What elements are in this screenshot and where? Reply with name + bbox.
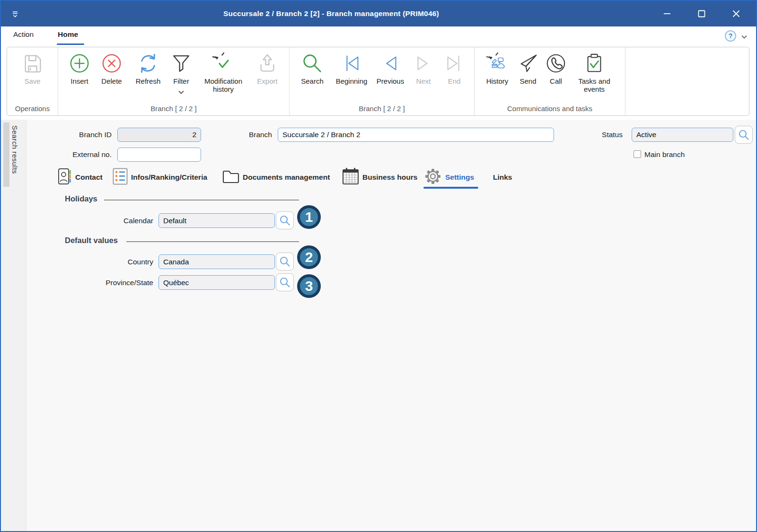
window-controls [656,1,748,26]
calendar-lookup-button[interactable] [276,211,294,229]
filter-dropdown-chevron-icon [178,87,185,96]
status-label: Status [580,128,623,142]
magnifier-icon [738,129,749,140]
callout-badge-2: 2 [297,245,321,269]
default-values-section-title: Default values [65,236,118,245]
magnifier-icon [279,277,290,288]
province-state-field[interactable] [158,275,275,290]
country-lookup-button[interactable] [276,253,294,270]
next-button[interactable]: Next [408,51,439,85]
ribbon-empty-space [625,47,749,115]
external-no-label: External no. [41,148,112,162]
magnifier-icon [279,256,290,267]
country-field[interactable] [158,254,275,269]
folder-icon [222,169,239,185]
status-lookup-button[interactable] [735,126,753,144]
contact-icon [58,167,72,187]
menubar: Action Home ? [1,26,756,47]
export-icon [256,51,278,76]
status-field[interactable] [632,128,733,142]
minimize-button[interactable] [656,1,678,26]
beginning-button[interactable]: Beginning [330,51,373,85]
tab-settings[interactable]: Settings [424,167,474,187]
svg-text:?: ? [729,32,733,40]
branch-name-field[interactable] [278,128,554,142]
call-button[interactable]: Call [542,51,570,85]
send-button[interactable]: Send [514,51,542,85]
branch-label: Branch [220,128,272,142]
menu-action[interactable]: Action [13,30,34,39]
tab-documents-management[interactable]: Documents management [222,167,330,187]
send-icon [517,51,539,76]
delete-button[interactable]: Delete [95,51,129,85]
maximize-button[interactable] [690,1,713,26]
filter-button[interactable]: Filter [167,51,195,96]
beginning-icon [341,51,362,76]
tab-contact[interactable]: Contact [58,167,103,187]
ribbon-group-communications: History Send [475,47,625,115]
modification-history-icon [212,51,234,76]
save-button[interactable]: Save [20,51,45,85]
titlebar: Succursale 2 / Branch 2 [2] - Branch man… [1,1,756,26]
branch-id-field[interactable] [117,128,201,142]
modification-history-button[interactable]: Modification history [195,51,252,94]
gear-icon [424,167,442,187]
main-body: Search results Branch ID Branch Status E… [1,120,756,531]
holidays-section-rule [104,200,299,201]
calendar-icon [342,167,359,187]
chevron-down-icon[interactable] [741,33,748,41]
branch-id-label: Branch ID [45,128,112,142]
active-tab-underline [423,187,478,189]
country-label: Country [83,254,153,269]
previous-button[interactable]: Previous [373,51,408,85]
previous-icon [379,51,401,76]
delete-icon [101,51,123,76]
export-button[interactable]: Export [252,51,283,85]
province-state-label: Province/State [74,275,153,290]
side-tab-strip [3,122,9,187]
record-content: Branch ID Branch Status External no. Mai… [26,120,756,531]
holidays-section-title: Holidays [65,194,97,203]
infos-list-icon [113,168,128,187]
callout-badge-3: 3 [297,274,321,298]
search-icon [301,51,323,76]
province-state-lookup-button[interactable] [276,273,294,291]
main-branch-label: Main branch [644,148,685,162]
search-results-panel-tab[interactable]: Search results [1,120,26,531]
history-button[interactable]: History [481,51,514,85]
ribbon: Save Operations Insert [7,47,749,116]
calendar-field[interactable] [158,213,275,228]
end-icon [443,51,465,76]
history-icon [486,51,508,76]
search-button[interactable]: Search [294,51,330,85]
calendar-label: Calendar [83,213,153,228]
menu-home[interactable]: Home [58,30,78,39]
tab-infos-ranking-criteria[interactable]: Infos/Ranking/Criteria [113,167,207,187]
save-icon [22,51,44,76]
refresh-icon [137,51,159,76]
insert-icon [69,51,90,76]
window-title: Succursale 2 / Branch 2 [2] - Branch man… [1,1,661,26]
help-icon[interactable]: ? [724,29,737,44]
tab-links[interactable]: Links [493,167,512,187]
ribbon-group-branch-nav: Search Beginning P [290,47,475,115]
app-window: Succursale 2 / Branch 2 [2] - Branch man… [0,0,757,532]
external-no-field[interactable] [117,148,201,162]
callout-badge-1: 1 [297,205,321,229]
ribbon-group-branch-edit: Insert Delete [58,47,290,115]
main-branch-checkbox[interactable] [634,150,641,158]
active-menu-underline [57,44,84,45]
side-tab-label: Search results [11,125,19,174]
next-icon [413,51,434,76]
close-button[interactable] [725,1,748,26]
tasks-and-events-button[interactable]: Tasks and events [570,51,619,94]
tasks-and-events-icon [583,51,605,76]
default-values-section-rule [126,241,299,242]
insert-button[interactable]: Insert [64,51,95,85]
magnifier-icon [279,215,290,226]
tab-business-hours[interactable]: Business hours [342,167,417,187]
refresh-button[interactable]: Refresh [129,51,167,85]
end-button[interactable]: End [439,51,469,85]
call-icon [545,51,567,76]
ribbon-group-operations: Save Operations [7,47,58,115]
